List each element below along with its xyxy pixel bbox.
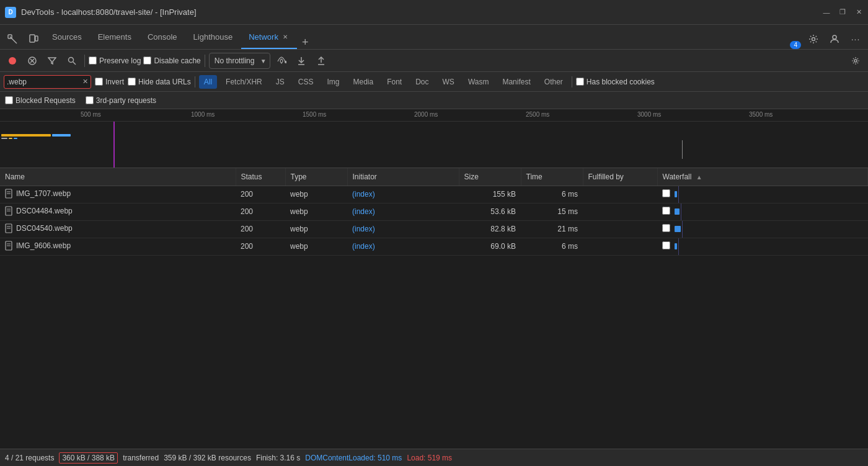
- invert-checkbox[interactable]: Invert: [95, 78, 124, 86]
- device-toolbar-icon-button[interactable]: [24, 29, 43, 49]
- close-button[interactable]: ✕: [854, 8, 863, 17]
- timeline-bar-yellow: [9, 138, 12, 139]
- waterfall-checkbox[interactable]: [662, 241, 670, 249]
- cell-initiator[interactable]: (index): [347, 220, 459, 238]
- th-time[interactable]: Time: [521, 168, 583, 186]
- filter-type-all[interactable]: All: [199, 75, 217, 89]
- settings-icon-button[interactable]: [804, 29, 823, 49]
- network-table: Name Status Type Initiator Size: [0, 168, 868, 256]
- filter-type-fetch-xhr[interactable]: Fetch/XHR: [221, 75, 267, 89]
- table-row[interactable]: DSC04484.webp200webp(index)53.6 kB15 ms: [0, 203, 868, 220]
- blocked-requests-checkbox[interactable]: Blocked Requests: [5, 96, 76, 105]
- restore-button[interactable]: ❐: [838, 8, 847, 17]
- filter-type-manifest[interactable]: Manifest: [497, 75, 535, 89]
- preserve-log-checkbox[interactable]: Preserve log: [89, 56, 141, 65]
- status-transferred: 360 kB / 388 kB: [59, 452, 118, 464]
- network-settings-button[interactable]: [847, 52, 864, 69]
- clear-button[interactable]: [24, 52, 41, 69]
- table-row[interactable]: IMG_9606.webp200webp(index)69.0 kB6 ms: [0, 238, 868, 255]
- filter-type-doc[interactable]: Doc: [410, 75, 433, 89]
- cell-initiator[interactable]: (index): [347, 203, 459, 220]
- cell-waterfall: [657, 238, 868, 255]
- record-button[interactable]: [4, 52, 21, 69]
- filter-input[interactable]: [7, 78, 81, 86]
- timeline-canvas: [0, 122, 868, 168]
- tab-network-close[interactable]: ✕: [281, 32, 290, 41]
- th-initiator[interactable]: Initiator: [347, 168, 459, 186]
- svg-rect-2: [30, 35, 35, 42]
- timeline-bar-gray-1: [1, 138, 7, 139]
- online-icon-button[interactable]: [273, 52, 290, 69]
- timeline-ruler: 500 ms 1000 ms 1500 ms 2000 ms 2500 ms 3…: [0, 109, 868, 122]
- throttle-select[interactable]: No throttling Fast 3G Slow 3G: [209, 53, 270, 69]
- cell-initiator[interactable]: (index): [347, 238, 459, 255]
- status-finish: Finish: 3.16 s: [256, 454, 300, 462]
- th-status[interactable]: Status: [236, 168, 285, 186]
- waterfall-bar: [675, 191, 677, 197]
- status-load: Load: 519 ms: [407, 454, 452, 462]
- tab-console[interactable]: Console: [140, 25, 185, 49]
- th-name[interactable]: Name: [0, 168, 236, 186]
- user-icon-button[interactable]: [825, 29, 844, 49]
- has-blocked-cookies-checkbox[interactable]: Has blocked cookies: [576, 78, 655, 86]
- cell-type: webp: [285, 220, 347, 238]
- waterfall-checkbox[interactable]: [662, 224, 670, 232]
- cell-type: webp: [285, 186, 347, 203]
- hide-data-urls-checkbox[interactable]: Hide data URLs: [128, 78, 191, 86]
- tab-elements[interactable]: Elements: [91, 25, 139, 49]
- svg-line-11: [73, 61, 76, 65]
- ruler-mark-1000: 1000 ms: [191, 111, 215, 118]
- devtools-tab-bar: Sources Elements Console Lighthouse Netw…: [0, 25, 868, 50]
- extra-filter-row: Blocked Requests 3rd-party requests: [0, 92, 868, 109]
- tab-lighthouse[interactable]: Lighthouse: [186, 25, 241, 49]
- timeline-minor-line: [682, 140, 683, 159]
- table-row[interactable]: DSC04540.webp200webp(index)82.8 kB21 ms: [0, 220, 868, 238]
- filter-type-wasm[interactable]: Wasm: [463, 75, 494, 89]
- cell-time: 6 ms: [521, 238, 583, 255]
- export-button[interactable]: [312, 52, 330, 69]
- ruler-mark-3500: 3500 ms: [749, 111, 773, 118]
- filter-type-media[interactable]: Media: [348, 75, 378, 89]
- window-controls: — ❐ ✕: [822, 8, 863, 17]
- table-header: Name Status Type Initiator Size: [0, 168, 868, 186]
- filter-type-other[interactable]: Other: [539, 75, 568, 89]
- cell-time: 21 ms: [521, 220, 583, 238]
- network-toolbar: Preserve log Disable cache No throttling…: [0, 50, 868, 72]
- waterfall-checkbox[interactable]: [662, 189, 670, 197]
- filter-button[interactable]: [43, 52, 61, 69]
- th-type[interactable]: Type: [285, 168, 347, 186]
- th-fulfilledby[interactable]: Fulfilled by: [583, 168, 657, 186]
- waterfall-bar: [675, 226, 681, 232]
- svg-point-18: [854, 60, 857, 62]
- svg-point-4: [812, 38, 815, 41]
- minimize-button[interactable]: —: [822, 8, 831, 17]
- cell-size: 69.0 kB: [459, 238, 521, 255]
- th-size[interactable]: Size: [459, 168, 521, 186]
- filter-type-font[interactable]: Font: [382, 75, 407, 89]
- window-title: DevTools - localhost:8080/travel-site/ -…: [21, 7, 817, 17]
- disable-cache-checkbox[interactable]: Disable cache: [143, 56, 200, 65]
- filter-type-ws[interactable]: WS: [438, 75, 459, 89]
- cell-fulfilledby: [583, 203, 657, 220]
- filter-type-img[interactable]: Img: [322, 75, 344, 89]
- import-button[interactable]: [293, 52, 310, 69]
- tab-sources[interactable]: Sources: [45, 25, 89, 49]
- timeline-bar-blue-2: [14, 138, 17, 139]
- cell-initiator[interactable]: (index): [347, 186, 459, 203]
- filter-clear-button[interactable]: ✕: [82, 78, 88, 86]
- more-options-button[interactable]: ···: [846, 29, 866, 49]
- add-tab-button[interactable]: +: [298, 36, 312, 49]
- inspect-icon-button[interactable]: [2, 29, 22, 49]
- tab-network[interactable]: Network ✕: [241, 25, 297, 49]
- filter-bar: ✕ Invert Hide data URLs All Fetch/XHR JS…: [0, 72, 868, 92]
- table-row[interactable]: IMG_1707.webp200webp(index)155 kB6 ms: [0, 186, 868, 203]
- svg-line-1: [10, 37, 17, 43]
- cell-fulfilledby: [583, 220, 657, 238]
- th-waterfall[interactable]: Waterfall ▲: [657, 168, 868, 186]
- search-button[interactable]: [63, 52, 81, 69]
- cell-waterfall: [657, 186, 868, 203]
- filter-type-css[interactable]: CSS: [293, 75, 319, 89]
- waterfall-checkbox[interactable]: [662, 207, 670, 215]
- third-party-checkbox[interactable]: 3rd-party requests: [86, 96, 156, 105]
- filter-type-js[interactable]: JS: [271, 75, 290, 89]
